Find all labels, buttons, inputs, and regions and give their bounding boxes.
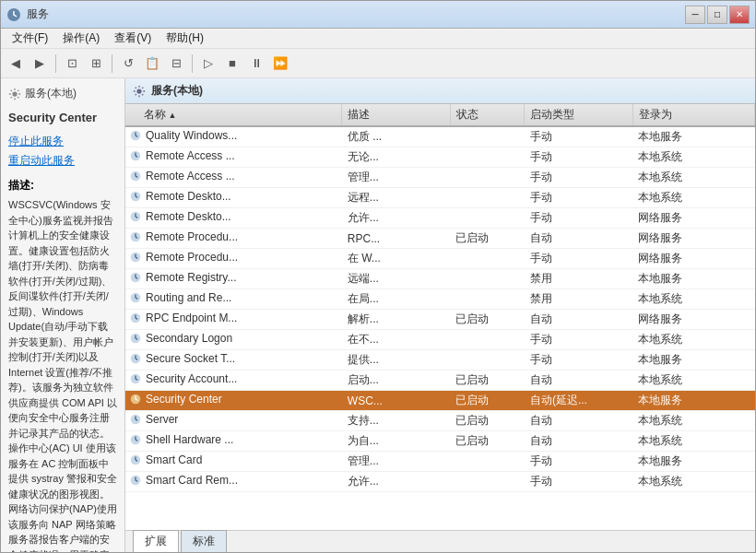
col-header-desc[interactable]: 描述 (342, 104, 450, 126)
table-row[interactable]: Routing and Re...在局...禁用本地系统 (125, 289, 755, 310)
table-row[interactable]: Security Account...启动...已启动自动本地系统 (125, 371, 755, 391)
table-row[interactable]: Server支持...已启动自动本地系统 (125, 411, 755, 431)
menu-bar: 文件(F) 操作(A) 查看(V) 帮助(H) (1, 29, 755, 49)
start-service-button[interactable]: ▷ (197, 53, 219, 75)
properties-button[interactable]: ⊟ (165, 53, 187, 75)
service-name-cell: Routing and Re... (125, 289, 342, 310)
pause-service-button[interactable]: ⏸ (245, 53, 267, 75)
stop-service-button[interactable]: ■ (221, 53, 243, 75)
separator-1 (55, 54, 56, 73)
minimize-button[interactable]: ─ (685, 6, 705, 24)
forward-button[interactable]: ▶ (29, 53, 51, 75)
service-name-text: Remote Procedu... (146, 230, 238, 243)
table-row[interactable]: Smart Card Rem...允许...手动本地系统 (125, 472, 755, 492)
maximize-button[interactable]: □ (707, 6, 727, 24)
table-row[interactable]: Shell Hardware ...为自...已启动自动本地系统 (125, 431, 755, 452)
col-header-status[interactable]: 状态 (450, 104, 525, 126)
service-name-text: Remote Procedu... (146, 251, 238, 264)
restart-service-button[interactable]: ⏩ (269, 53, 291, 75)
services-table[interactable]: 名称 描述 状态 启动类型 登录为 Quality Windows...优质 .… (125, 104, 755, 530)
table-row[interactable]: Remote Access ...管理...手动本地系统 (125, 168, 755, 188)
service-startup-cell: 手动 (525, 350, 632, 371)
service-login-cell: 本地系统 (632, 431, 754, 452)
service-name-text: Secondary Logon (146, 332, 232, 345)
service-row-icon: Remote Access ... (129, 170, 235, 182)
service-startup-cell: 手动 (525, 330, 632, 350)
table-row[interactable]: Remote Procedu...RPC...已启动自动网络服务 (125, 229, 755, 249)
services-tbody: Quality Windows...优质 ...手动本地服务Remote Acc… (125, 126, 755, 492)
service-status-cell (450, 147, 525, 168)
service-login-cell: 网络服务 (632, 229, 754, 249)
service-name-cell: Remote Access ... (125, 168, 342, 188)
table-row[interactable]: Remote Registry...远端...禁用本地服务 (125, 269, 755, 289)
service-desc-cell: 支持... (342, 411, 450, 431)
table-row[interactable]: Smart Card管理...手动本地服务 (125, 452, 755, 472)
service-startup-cell: 自动 (525, 411, 632, 431)
col-header-startup[interactable]: 启动类型 (525, 104, 632, 126)
service-row-icon: Smart Card Rem... (129, 474, 238, 487)
service-login-cell: 本地服务 (632, 269, 754, 289)
service-name-cell: Remote Deskto... (125, 188, 342, 208)
service-name-text: RPC Endpoint M... (146, 312, 237, 324)
service-startup-cell: 手动 (525, 168, 632, 188)
up-button[interactable]: ⊡ (61, 53, 83, 75)
right-panel: 服务(本地) 名称 描述 状态 启动类型 登录为 Quality Wind (125, 78, 755, 552)
service-login-cell: 网络服务 (632, 310, 754, 330)
service-name-cell: Security Account... (125, 371, 342, 391)
service-status-cell (450, 188, 525, 208)
service-row-icon: Secure Socket T... (129, 352, 235, 365)
table-row[interactable]: Remote Access ...无论...手动本地系统 (125, 147, 755, 168)
service-desc-cell: 启动... (342, 371, 450, 391)
table-row[interactable]: Secondary Logon在不...手动本地系统 (125, 330, 755, 350)
left-panel: 服务(本地) Security Center 停止此服务 重启动此服务 描述: … (1, 78, 125, 552)
title-bar-left: 服务 (6, 6, 49, 22)
service-row-icon: Security Center (129, 393, 222, 406)
window-title: 服务 (27, 6, 49, 22)
restart-service-link[interactable]: 重启动此服务 (8, 153, 117, 169)
service-startup-cell: 手动 (525, 188, 632, 208)
service-status-cell (450, 452, 525, 472)
table-row[interactable]: Secure Socket T...提供...手动本地服务 (125, 350, 755, 371)
service-startup-cell: 禁用 (525, 269, 632, 289)
table-row[interactable]: RPC Endpoint M...解析...已启动自动网络服务 (125, 310, 755, 330)
table-row[interactable]: Remote Deskto...允许...手动网络服务 (125, 208, 755, 229)
service-name-cell: Smart Card Rem... (125, 472, 342, 492)
table-row[interactable]: Remote Deskto...远程...手动本地系统 (125, 188, 755, 208)
service-row-icon: Remote Registry... (129, 271, 236, 284)
menu-view[interactable]: 查看(V) (107, 29, 159, 48)
tab-extended[interactable]: 扩展 (133, 530, 179, 552)
back-button[interactable]: ◀ (5, 53, 27, 75)
menu-file[interactable]: 文件(F) (5, 29, 55, 48)
table-row[interactable]: Security CenterWSC...已启动自动(延迟...本地服务 (125, 391, 755, 411)
show-tree-button[interactable]: ⊞ (85, 53, 107, 75)
service-name-text: Remote Deskto... (146, 210, 231, 223)
service-name-cell: Remote Procedu... (125, 249, 342, 269)
service-status-cell: 已启动 (450, 411, 525, 431)
close-button[interactable]: ✕ (729, 6, 750, 24)
service-login-cell: 本地服务 (632, 391, 754, 411)
service-name-text: Security Account... (146, 372, 237, 385)
service-desc-cell: 提供... (342, 350, 450, 371)
refresh-button[interactable]: ↺ (117, 53, 139, 75)
service-desc-cell: 管理... (342, 452, 450, 472)
service-status-cell (450, 269, 525, 289)
stop-service-link[interactable]: 停止此服务 (8, 134, 117, 149)
service-desc-cell: 远程... (342, 188, 450, 208)
col-header-login[interactable]: 登录为 (632, 104, 754, 126)
table-row[interactable]: Quality Windows...优质 ...手动本地服务 (125, 126, 755, 147)
service-login-cell: 本地服务 (632, 452, 754, 472)
service-status-cell (450, 208, 525, 229)
table-row[interactable]: Remote Procedu...在 W...手动网络服务 (125, 249, 755, 269)
col-header-name[interactable]: 名称 (125, 104, 342, 126)
menu-action[interactable]: 操作(A) (55, 29, 107, 48)
tab-standard[interactable]: 标准 (181, 530, 227, 552)
service-status-cell (450, 289, 525, 310)
service-name-cell: Quality Windows... (125, 126, 342, 147)
content-area: 服务(本地) Security Center 停止此服务 重启动此服务 描述: … (1, 78, 755, 552)
app-icon (6, 7, 21, 22)
bottom-tabs: 扩展 标准 (125, 530, 755, 552)
service-row-icon: Security Account... (129, 372, 237, 385)
main-window: 服务 ─ □ ✕ 文件(F) 操作(A) 查看(V) 帮助(H) ◀ ▶ ⊡ ⊞… (0, 0, 756, 553)
menu-help[interactable]: 帮助(H) (159, 29, 211, 48)
export-button[interactable]: 📋 (141, 53, 163, 75)
